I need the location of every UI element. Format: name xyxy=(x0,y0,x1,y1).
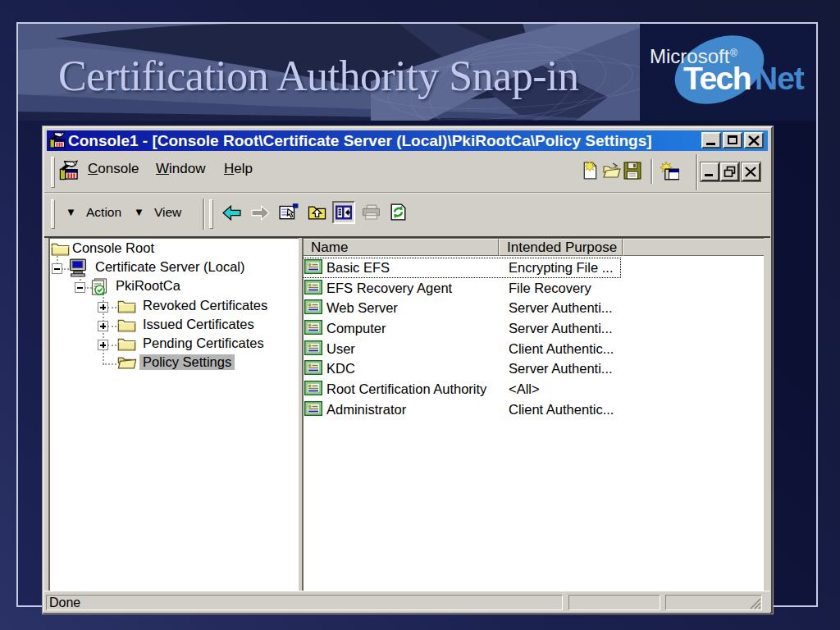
svg-text:Tech: Tech xyxy=(683,61,751,96)
svg-text:Net: Net xyxy=(755,61,805,96)
svg-text:®: ® xyxy=(730,48,737,59)
